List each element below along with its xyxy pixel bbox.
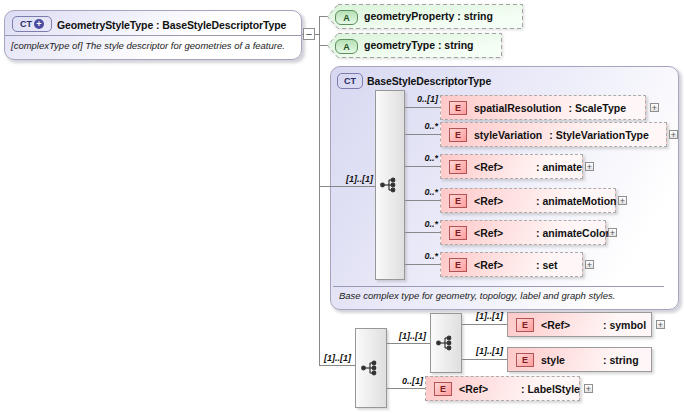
root-divider	[5, 35, 301, 36]
element-name: <Ref>	[541, 319, 596, 331]
cardinality-label: 0..*	[405, 219, 438, 229]
root-complextype-box[interactable]: CT + GeometryStyleType : BaseStyleDescri…	[4, 10, 302, 60]
cardinality-label: [1]..[1]	[393, 331, 426, 341]
attribute-label: geometryType : string	[364, 39, 474, 51]
element-badge: E	[449, 128, 467, 142]
element-type: : StyleVariationType	[549, 129, 649, 141]
element-badge: E	[434, 382, 452, 396]
element-name: <Ref>	[474, 227, 529, 239]
ct-badge-label: CT	[20, 19, 32, 29]
collapse-button[interactable]: −	[303, 28, 315, 40]
element-name: <Ref>	[459, 383, 514, 395]
expand-button[interactable]: +	[584, 384, 593, 393]
sequence-bar[interactable]	[430, 313, 462, 373]
expand-button[interactable]: +	[608, 228, 617, 237]
expand-button[interactable]: +	[650, 103, 659, 112]
element-name: <Ref>	[474, 161, 529, 173]
element-badge: E	[516, 318, 534, 332]
attribute-badge: A	[335, 10, 358, 25]
element-badge: E	[516, 353, 534, 367]
element-badge: E	[449, 226, 467, 240]
sequence-bar[interactable]	[355, 328, 387, 408]
element-type: : animate	[536, 161, 582, 173]
element-style[interactable]: E style : string	[507, 347, 652, 372]
derived-plus-icon: +	[34, 19, 44, 29]
sequence-icon	[361, 360, 381, 376]
element-name: <Ref>	[474, 195, 529, 207]
expand-button[interactable]: +	[585, 162, 594, 171]
element-name: <Ref>	[474, 259, 529, 271]
cardinality-label: 0..*	[405, 153, 438, 163]
attribute-badge: A	[335, 39, 358, 54]
element-ref-set[interactable]: E <Ref> : set	[440, 252, 583, 277]
element-type: : set	[536, 259, 558, 271]
element-styleVariation[interactable]: E styleVariation : StyleVariationType	[440, 122, 667, 147]
expand-button[interactable]: +	[585, 260, 594, 269]
element-ref-animateColor[interactable]: E <Ref> : animateColor	[440, 220, 606, 245]
element-badge: E	[449, 160, 467, 174]
root-title: GeometryStyleType : BaseStyleDescriptorT…	[57, 19, 286, 31]
element-type: : animateColor	[536, 227, 610, 239]
attribute-geometryType[interactable]: A geometryType : string	[327, 33, 502, 58]
element-ref-symbol[interactable]: E <Ref> : symbol	[507, 312, 652, 337]
complextype-derived-badge: CT +	[12, 16, 52, 32]
element-spatialResolution[interactable]: E spatialResolution : ScaleType	[440, 95, 646, 120]
attribute-geometryProperty[interactable]: A geometryProperty : string	[327, 4, 523, 29]
cardinality-label: 0..*	[405, 187, 438, 197]
sequence-icon	[380, 177, 400, 193]
element-type: : ScaleType	[569, 102, 627, 114]
cardinality-label: 0..[1]	[390, 376, 423, 386]
expand-button[interactable]: +	[656, 320, 665, 329]
element-name: spatialResolution	[474, 102, 562, 114]
element-name: styleVariation	[474, 129, 542, 141]
element-type: : string	[603, 354, 639, 366]
sequence-icon	[436, 335, 456, 351]
cardinality-label: [1]..[1]	[470, 346, 503, 356]
cardinality-label: [1]..[1]	[318, 353, 351, 363]
cardinality-label: 0..*	[405, 251, 438, 261]
element-badge: E	[449, 258, 467, 272]
root-annotation: [complexType of] The style descriptor fo…	[11, 40, 285, 51]
cardinality-label: [1]..[1]	[470, 311, 503, 321]
expand-button[interactable]: +	[669, 130, 678, 139]
element-type: : animateMotion	[536, 195, 617, 207]
element-ref-animateMotion[interactable]: E <Ref> : animateMotion	[440, 188, 616, 213]
element-ref-LabelStyle[interactable]: E <Ref> : LabelStyle	[425, 376, 580, 401]
element-badge: E	[449, 101, 467, 115]
cardinality-label: 0..[1]	[405, 94, 438, 104]
element-type: : symbol	[603, 319, 646, 331]
attribute-label: geometryProperty : string	[364, 10, 493, 22]
element-ref-animate[interactable]: E <Ref> : animate	[440, 154, 583, 179]
element-name: style	[541, 354, 596, 366]
cardinality-label: 0..*	[405, 121, 438, 131]
expand-button[interactable]: +	[618, 196, 627, 205]
element-type: : LabelStyle	[521, 383, 580, 395]
schema-diagram-canvas: CT BaseStyleDescriptorType Base complex …	[0, 0, 684, 413]
cardinality-label: [1]..[1]	[340, 174, 373, 184]
sequence-bar[interactable]	[375, 90, 405, 280]
element-badge: E	[449, 194, 467, 208]
